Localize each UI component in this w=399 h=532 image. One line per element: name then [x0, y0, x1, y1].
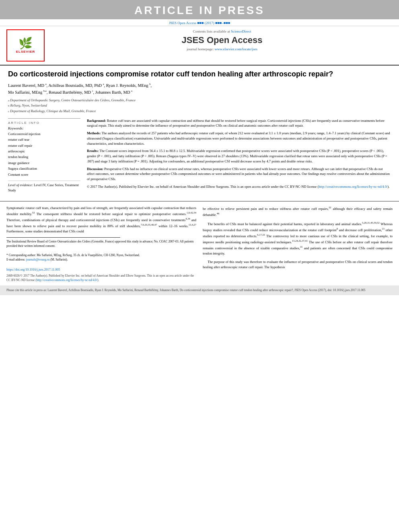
abstract-methods: Methods: The authors analyzed the record… — [87, 131, 391, 146]
level-of-evidence: Level of evidence: Level IV, Case Series… — [8, 181, 80, 193]
results-label: Results: — [87, 149, 99, 153]
author-sup-a3: a — [131, 89, 132, 92]
journal-header: 🌿 ELSEVIER Contents lists available at S… — [0, 26, 399, 66]
affiliations: a Department of Orthopaedic Surgery, Cen… — [8, 98, 391, 114]
results-text: The Constant scores improved from 56.4 ±… — [87, 149, 387, 163]
body-para-3: The benefits of CSIs must be balanced ag… — [203, 221, 393, 256]
authors-line: Laurent Baverel, MD a, Achilleas Boutsia… — [8, 82, 391, 95]
affil-b: b ReSurg, Nyon, Switzerland — [8, 103, 391, 109]
elsevier-label: ELSEVIER — [16, 50, 35, 53]
body-right-column: be effective to relieve persistent pain … — [203, 205, 393, 283]
background-text: Rotator cuff tears are associated with c… — [87, 119, 385, 128]
footnote-email: E-mail address: journals@resurg.eu (M. S… — [6, 257, 196, 262]
journal-id-bar: JSES Open Access ■■■ (2017) ■■■–■■■ — [0, 19, 399, 26]
article-in-press-banner: ARTICLE IN PRESS — [0, 0, 399, 19]
affil-a: a Department of Orthopaedic Surgery, Cen… — [8, 98, 391, 103]
journal-homepage-link[interactable]: www.elsevier.com/locate/jses — [215, 47, 257, 51]
article-in-press-title: ARTICLE IN PRESS — [0, 4, 399, 17]
footer-citation: Please cite this article in press as: La… — [0, 286, 399, 295]
contents-line: Contents lists available at ScienceDirec… — [51, 29, 393, 33]
discussion-label: Discussion: — [87, 167, 103, 171]
journal-logo-area: 🌿 ELSEVIER — [6, 29, 47, 62]
journal-homepage: journal homepage: www.elsevier.com/locat… — [51, 47, 393, 51]
elsevier-logo: 🌿 ELSEVIER — [6, 29, 45, 62]
footnote-divider — [6, 237, 120, 238]
sciencedirect-link[interactable]: ScienceDirect — [231, 29, 251, 33]
body-para-1: Symptomatic rotator cuff tears, characte… — [6, 205, 196, 234]
keyword-5: tendon healing — [8, 154, 80, 160]
keyword-6: image guidance — [8, 160, 80, 166]
article-body: Do corticosteroid injections compromise … — [0, 66, 399, 197]
keywords-list: Corticosteroid injection rotator cuff te… — [8, 131, 80, 178]
cc-license-link[interactable]: http://creativecommons.org/licenses/by-n… — [319, 185, 387, 189]
author-sup-a2: a — [103, 82, 104, 85]
keyword-4: arthroscopic — [8, 148, 80, 154]
affil-c: c Department of Radiology, Clinique du M… — [8, 109, 391, 114]
keyword-1: Corticosteroid injection — [8, 131, 80, 137]
article-title: Do corticosteroid injections compromise … — [8, 70, 391, 79]
footnote-2: * Corresponding author: Mo Saffarini, ME… — [6, 253, 196, 257]
body-left-column: Symptomatic rotator cuff tears, characte… — [6, 205, 196, 283]
methods-label: Methods: — [87, 131, 101, 135]
journal-id-link[interactable]: JSES Open Access ■■■ (2017) ■■■–■■■ — [169, 21, 230, 25]
doi-link[interactable]: https://doi.org/10.1016/j.jses.2017.11.0… — [6, 268, 60, 271]
author-sup-b: b — [149, 82, 150, 85]
keyword-8: Constant score — [8, 172, 80, 177]
body-text-section: Symptomatic rotator cuff tears, characte… — [0, 205, 399, 283]
keyword-2: rotator cuff tear — [8, 137, 80, 142]
issn-text: 2468-6026/© 2017 The Author(s). Publishe… — [6, 273, 196, 283]
abstract-copyright: © 2017 The Author(s). Published by Elsev… — [87, 184, 391, 189]
article-info-panel: ARTICLE INFO Keywords: Corticosteroid in… — [8, 118, 80, 193]
article-info-title: ARTICLE INFO — [8, 121, 80, 125]
footnotes: The Institutional Review Board of Centre… — [6, 239, 196, 262]
article-info-abstract-section: ARTICLE INFO Keywords: Corticosteroid in… — [8, 118, 391, 193]
body-para-4: The purpose of this study was therefore … — [203, 259, 393, 270]
keyword-3: rotator cuff repair — [8, 143, 80, 148]
keyword-7: Sugaya classification — [8, 166, 80, 171]
footnote-1: The Institutional Review Board of Centre… — [6, 239, 196, 249]
section-divider — [0, 201, 399, 201]
footer-citation-text: Please cite this article in press as: La… — [6, 288, 366, 292]
keywords-label: Keywords: — [8, 126, 80, 130]
abstract-discussion: Discussion: Preoperative CSIs had no inf… — [87, 166, 391, 182]
elsevier-tree-icon: 🌿 — [19, 38, 33, 49]
issn-license-link[interactable]: http://creativecommons.org/licenses/by-n… — [37, 278, 97, 282]
background-label: Background: — [87, 119, 106, 123]
abstract-panel: Background: Rotator cuff tears are assoc… — [87, 118, 391, 193]
doi-text: https://doi.org/10.1016/j.jses.2017.11.0… — [6, 267, 196, 272]
email-link[interactable]: journals@resurg.eu — [26, 258, 50, 261]
journal-id-text: JSES Open Access ■■■ (2017) ■■■–■■■ — [169, 21, 230, 25]
author-sup-a: a — [45, 82, 47, 85]
abstract-results: Results: The Constant scores improved fr… — [87, 148, 391, 164]
methods-text: The authors analyzed the records of 257 … — [87, 131, 390, 146]
abstract-background: Background: Rotator cuff tears are assoc… — [87, 118, 391, 129]
author-sup-c: c — [92, 89, 93, 92]
author-sup-ba: b,a — [43, 89, 47, 92]
discussion-text: Preoperative CSIs had no influence on cl… — [87, 167, 390, 181]
body-para-2: be effective to relieve persistent pain … — [203, 205, 393, 218]
journal-title: JSES Open Access — [51, 35, 393, 45]
journal-info: Contents lists available at ScienceDirec… — [51, 29, 393, 51]
